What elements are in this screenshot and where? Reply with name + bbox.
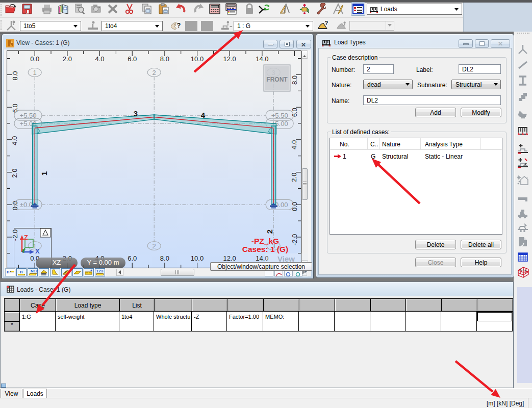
svg-text:8.0: 8.0	[160, 55, 169, 63]
svg-text:Y: Y	[22, 248, 26, 254]
svg-text:2.0: 2.0	[290, 173, 298, 182]
svg-text:6.0: 6.0	[128, 55, 137, 63]
svg-text:4.0: 4.0	[95, 55, 104, 63]
svg-text:10.0: 10.0	[191, 55, 204, 63]
svg-text:-2.0: -2.0	[291, 234, 298, 245]
svg-text:2: 2	[153, 242, 156, 250]
svg-text:4: 4	[201, 111, 206, 119]
svg-text:10.0: 10.0	[191, 254, 204, 262]
svg-text:6.0: 6.0	[291, 108, 298, 117]
svg-text:8.0: 8.0	[11, 71, 19, 80]
svg-text:0.0: 0.0	[291, 202, 298, 211]
svg-text:8.0: 8.0	[291, 75, 298, 85]
svg-text:4.0: 4.0	[290, 140, 298, 149]
svg-text:1: 1	[40, 171, 48, 175]
svg-text:4.0: 4.0	[11, 136, 18, 145]
svg-text:12.0: 12.0	[223, 55, 236, 63]
svg-text:+5.50: +5.50	[271, 112, 288, 119]
svg-text:2: 2	[265, 230, 274, 234]
svg-text:?: ?	[325, 20, 328, 26]
svg-text:-PZ_kG: -PZ_kG	[251, 237, 279, 245]
svg-text:X: X	[35, 247, 40, 255]
svg-text:3: 3	[134, 109, 138, 118]
svg-text:-2.0: -2.0	[11, 230, 19, 241]
svg-text:14.0: 14.0	[256, 55, 268, 63]
svg-text:0.0: 0.0	[30, 55, 39, 63]
svg-text:8.0: 8.0	[160, 254, 169, 262]
svg-text:FRONT: FRONT	[266, 76, 288, 83]
svg-text:2: 2	[153, 69, 156, 76]
svg-text:12.0: 12.0	[223, 254, 236, 262]
svg-text:1: 1	[33, 69, 37, 76]
svg-text:Z: Z	[24, 234, 28, 241]
svg-text:6.0: 6.0	[11, 104, 19, 113]
svg-text:?: ?	[177, 21, 181, 29]
svg-text:2.0: 2.0	[63, 55, 72, 63]
svg-text:Cases: 1 (G): Cases: 1 (G)	[242, 245, 288, 253]
svg-text:2.0: 2.0	[11, 169, 18, 178]
svg-text:6.0: 6.0	[128, 254, 137, 262]
svg-text:+5.50: +5.50	[20, 112, 37, 119]
